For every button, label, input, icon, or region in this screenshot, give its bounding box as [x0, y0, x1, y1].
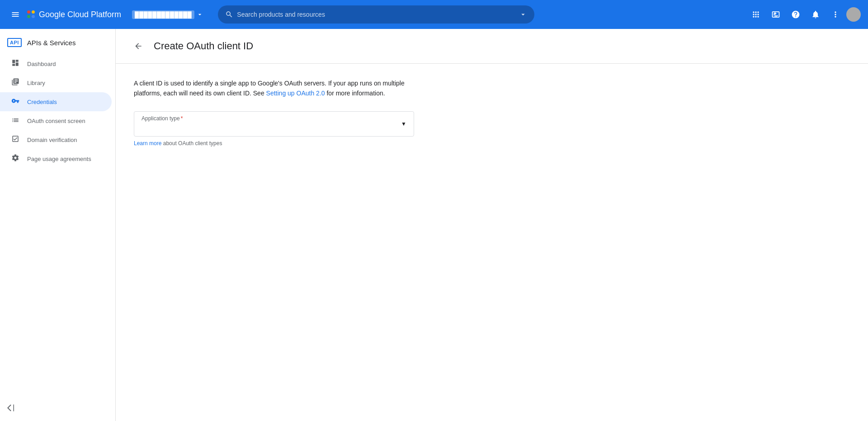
required-star: *	[181, 115, 183, 122]
select-hint: Learn more about OAuth client types	[134, 140, 414, 147]
sidebar-header: API APIs & Services	[0, 33, 115, 54]
api-badge: API	[7, 38, 22, 47]
back-button[interactable]	[130, 38, 146, 54]
sidebar-item-library[interactable]: Library	[0, 73, 112, 92]
oauth-consent-label: OAuth consent screen	[27, 118, 85, 124]
project-dropdown-icon	[196, 11, 203, 18]
domain-verification-label: Domain verification	[27, 137, 77, 143]
sidebar-item-credentials[interactable]: Credentials	[0, 92, 112, 111]
hint-suffix: about OAuth client types	[161, 140, 222, 147]
cloud-shell-button[interactable]	[767, 5, 785, 24]
search-placeholder-text: Search products and resources	[237, 11, 515, 18]
nav-right-actions	[747, 5, 861, 24]
svg-rect-1	[14, 405, 14, 412]
learn-more-link[interactable]: Learn more	[134, 140, 161, 147]
page-usage-icon	[11, 154, 20, 164]
description-part2: for more information.	[325, 90, 385, 97]
notifications-button[interactable]	[807, 5, 825, 24]
user-avatar[interactable]	[846, 7, 861, 22]
form-section: Application type* ▼ Learn more about OAu…	[134, 111, 414, 147]
dashboard-label: Dashboard	[27, 61, 56, 67]
search-expand-icon	[519, 10, 527, 19]
library-label: Library	[27, 80, 45, 86]
oauth-setup-link[interactable]: Setting up OAuth 2.0	[266, 90, 325, 97]
select-label: Application type*	[142, 115, 183, 122]
sidebar-item-page-usage[interactable]: Page usage agreements	[0, 149, 112, 168]
sidebar-item-oauth-consent[interactable]: OAuth consent screen	[0, 111, 112, 130]
app-logo: Google Cloud Platform	[27, 10, 121, 19]
project-name: █████████████	[132, 10, 194, 19]
search-icon	[225, 10, 233, 19]
sidebar-title: APIs & Services	[27, 39, 76, 47]
help-button[interactable]	[787, 5, 805, 24]
application-type-select[interactable]: Application type* ▼	[134, 111, 414, 137]
grid-apps-button[interactable]	[747, 5, 765, 24]
sidebar-item-domain-verification[interactable]: Domain verification	[0, 130, 112, 149]
page-title: Create OAuth client ID	[154, 40, 253, 52]
credentials-icon	[11, 97, 20, 107]
sidebar-item-dashboard[interactable]: Dashboard	[0, 54, 112, 73]
project-selector[interactable]: █████████████	[128, 9, 207, 21]
content-area: A client ID is used to identify a single…	[116, 64, 868, 161]
select-chevron-icon: ▼	[401, 121, 406, 127]
description-text: A client ID is used to identify a single…	[134, 78, 414, 99]
domain-verification-icon	[11, 135, 20, 145]
library-icon	[11, 78, 20, 88]
sidebar-collapse-button[interactable]	[0, 398, 115, 417]
google-dots-icon	[27, 10, 35, 19]
page-usage-label: Page usage agreements	[27, 156, 91, 162]
sidebar: API APIs & Services Dashboard Library	[0, 29, 116, 421]
oauth-consent-icon	[11, 116, 20, 126]
top-navigation: Google Cloud Platform █████████████ Sear…	[0, 0, 868, 29]
app-title: Google Cloud Platform	[39, 10, 121, 19]
page-layout: API APIs & Services Dashboard Library	[0, 29, 868, 421]
main-content: Create OAuth client ID A client ID is us…	[116, 29, 868, 421]
search-bar[interactable]: Search products and resources	[218, 5, 534, 24]
more-options-button[interactable]	[826, 5, 844, 24]
credentials-label: Credentials	[27, 99, 57, 105]
page-header: Create OAuth client ID	[116, 29, 868, 64]
hamburger-menu[interactable]	[7, 6, 24, 23]
dashboard-icon	[11, 59, 20, 69]
